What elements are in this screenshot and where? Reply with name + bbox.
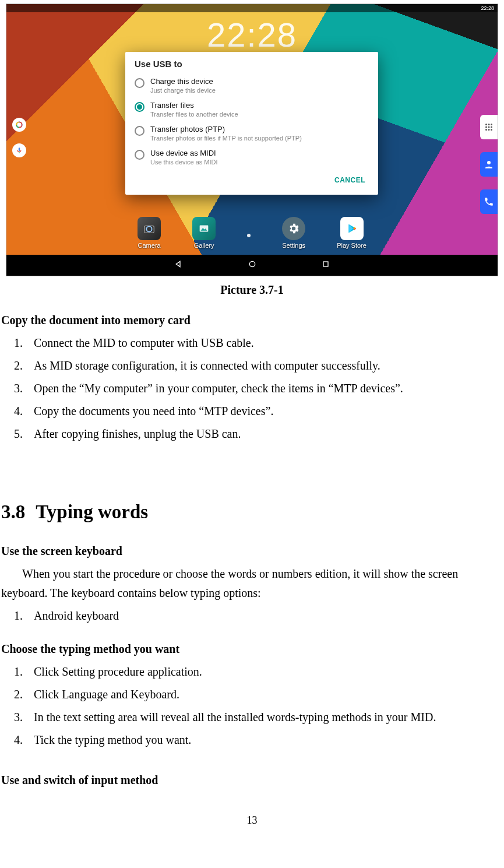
app-gallery[interactable]: Gallery	[192, 217, 216, 249]
embedded-screenshot: 22:28 22:28 Use USB to	[6, 3, 498, 276]
page-number: 13	[0, 814, 504, 827]
app-label: Play Store	[337, 243, 366, 249]
list-item: Android keyboard	[26, 606, 503, 625]
option-label: Charge this device	[150, 77, 216, 86]
svg-point-12	[491, 129, 492, 131]
list-item: Tick the typing method you want.	[26, 730, 503, 750]
gallery-icon	[198, 222, 210, 235]
radio-unchecked-icon	[135, 150, 144, 160]
section-title: Typing words	[36, 501, 148, 522]
gear-icon	[287, 222, 300, 235]
contacts-tab[interactable]	[480, 152, 498, 177]
svg-rect-16	[200, 226, 209, 232]
android-navbar	[6, 255, 498, 276]
list-item: In the text setting area will reveal all…	[26, 708, 503, 727]
left-assist-bubbles	[12, 118, 26, 157]
option-label: Use device as MIDI	[150, 149, 218, 157]
option-sub: Use this device as MIDI	[150, 159, 218, 166]
option-label: Transfer files	[150, 101, 238, 110]
choose-steps-list: Click Setting procedure application. Cli…	[26, 662, 503, 750]
radio-unchecked-icon	[135, 78, 144, 88]
cancel-button[interactable]: CANCEL	[329, 173, 371, 188]
right-edge-tabs	[480, 115, 498, 214]
svg-point-8	[488, 126, 490, 128]
usb-option-transfer-files[interactable]: Transfer files Transfer files to another…	[125, 97, 378, 121]
usb-dialog: Use USB to Charge this device Just charg…	[125, 52, 378, 195]
use-keyboard-paragraph: When you start the procedure or choose t…	[1, 564, 503, 603]
copy-heading: Copy the document into memory card	[1, 311, 503, 330]
app-camera[interactable]: Camera	[138, 217, 161, 249]
option-label: Transfer photos (PTP)	[150, 125, 302, 133]
list-item: Copy the documents you need into “MTP de…	[26, 402, 503, 421]
figure-caption: Picture 3.7-1	[0, 283, 504, 297]
list-item: Connect the MID to computer with USB cab…	[26, 333, 503, 353]
use-keyboard-heading: Use the screen keyboard	[1, 542, 503, 561]
apps-tab[interactable]	[480, 115, 498, 139]
list-item: Open the “My computer” in your computer,…	[26, 379, 503, 398]
list-item: Click Setting procedure application.	[26, 662, 503, 681]
home-icon[interactable]	[248, 259, 257, 271]
usb-option-charge[interactable]: Charge this device Just charge this devi…	[125, 73, 378, 97]
svg-point-10	[485, 129, 487, 131]
svg-rect-24	[323, 262, 328, 266]
svg-point-9	[491, 126, 492, 128]
play-icon	[346, 222, 358, 235]
list-item: As MID storage configuration, it is conn…	[26, 356, 503, 375]
recent-icon[interactable]	[321, 259, 330, 271]
section-number: 3.8	[1, 501, 25, 522]
dialog-title: Use USB to	[135, 59, 369, 69]
option-sub: Transfer files to another device	[150, 111, 238, 118]
option-sub: Just charge this device	[150, 87, 216, 94]
phone-tab[interactable]	[480, 189, 498, 214]
usb-option-midi[interactable]: Use device as MIDI Use this device as MI…	[125, 145, 378, 169]
list-item: After copying finishes, unplug the USB c…	[26, 424, 503, 444]
google-bubble[interactable]	[12, 118, 26, 132]
svg-point-6	[491, 124, 492, 125]
svg-point-23	[249, 261, 255, 266]
lockscreen-clock: 22:28	[6, 18, 498, 52]
choose-method-heading: Choose the typing method you want	[1, 639, 503, 659]
svg-point-11	[488, 129, 490, 131]
switch-input-heading: Use and switch of input method	[1, 771, 503, 790]
voice-bubble[interactable]	[12, 143, 26, 157]
copy-steps-list: Connect the MID to computer with USB cab…	[26, 333, 503, 444]
svg-marker-22	[176, 261, 180, 266]
app-label: Gallery	[194, 243, 214, 249]
option-sub: Transfer photos or files if MTP is not s…	[150, 135, 302, 142]
app-play-store[interactable]: Play Store	[337, 217, 366, 249]
app-label: Settings	[282, 243, 305, 249]
keyboard-options-list: Android keyboard	[26, 606, 503, 625]
section-heading: 3.8Typing words	[1, 496, 503, 528]
svg-point-13	[487, 161, 491, 164]
usb-option-ptp[interactable]: Transfer photos (PTP) Transfer photos or…	[125, 121, 378, 145]
app-label: Camera	[138, 243, 161, 249]
back-icon[interactable]	[174, 259, 184, 271]
svg-point-7	[485, 126, 487, 128]
app-dock: Camera Gallery Settings Play Store	[6, 217, 498, 249]
app-settings[interactable]: Settings	[282, 217, 305, 249]
camera-icon	[143, 222, 156, 235]
radio-checked-icon	[135, 102, 144, 112]
svg-rect-2	[19, 147, 20, 151]
radio-unchecked-icon	[135, 126, 144, 136]
list-item: Click Language and Keyboard.	[26, 685, 503, 704]
status-time: 22:28	[481, 6, 494, 11]
svg-point-14	[147, 226, 152, 231]
page-indicator-dot	[247, 234, 251, 237]
status-bar: 22:28	[6, 4, 498, 12]
svg-point-4	[485, 124, 487, 125]
svg-point-5	[488, 124, 490, 125]
